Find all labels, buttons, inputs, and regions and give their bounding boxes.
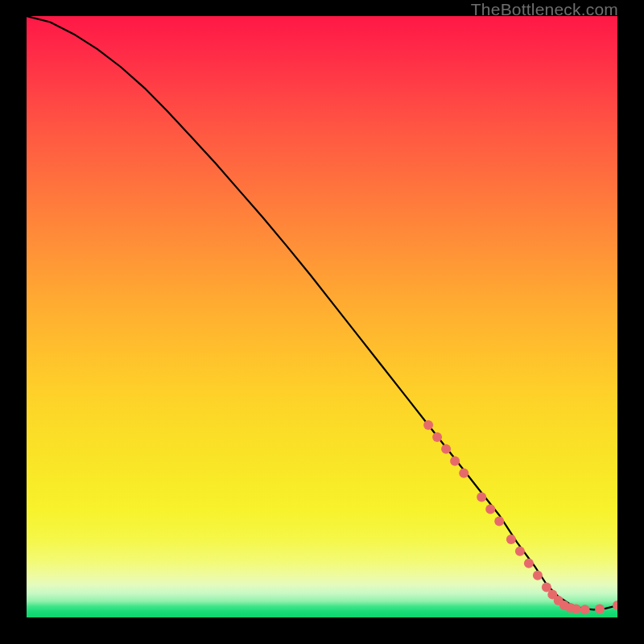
watermark-text: TheBottleneck.com: [471, 0, 618, 19]
data-marker: [459, 469, 469, 478]
data-marker: [432, 432, 442, 442]
data-marker: [477, 493, 486, 502]
markers-layer: [423, 420, 617, 614]
data-marker: [533, 571, 543, 580]
data-marker: [506, 535, 516, 544]
curve-layer: [27, 16, 617, 609]
data-marker: [580, 605, 590, 614]
data-marker: [450, 456, 460, 466]
data-marker: [441, 444, 451, 454]
chart-svg: [27, 16, 617, 617]
data-marker: [524, 559, 534, 568]
data-marker: [423, 420, 433, 430]
data-marker: [572, 605, 581, 614]
data-marker: [595, 605, 605, 614]
plot-area: [27, 16, 617, 617]
data-marker: [613, 601, 617, 610]
data-marker: [485, 505, 495, 514]
data-marker: [515, 547, 525, 556]
chart-stage: TheBottleneck.com: [0, 0, 644, 644]
main-curve: [27, 16, 617, 609]
data-marker: [494, 517, 504, 526]
